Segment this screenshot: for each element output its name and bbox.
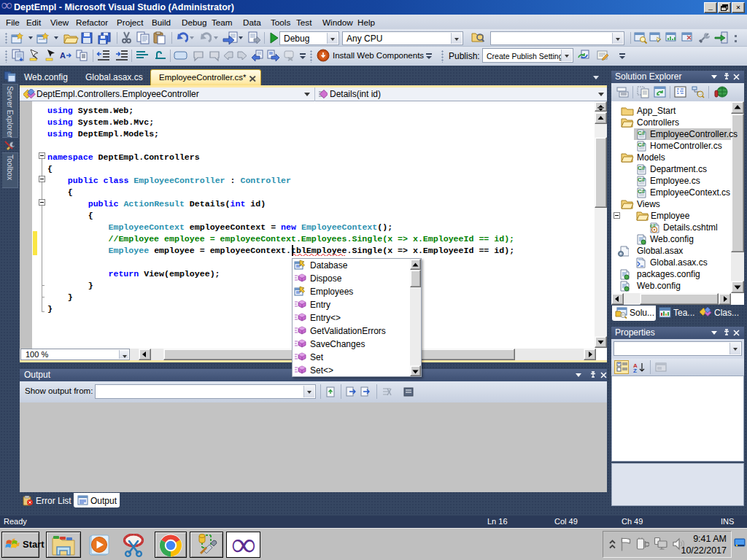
svg-text:Z: Z	[633, 368, 637, 373]
svg-text:A: A	[60, 51, 66, 60]
